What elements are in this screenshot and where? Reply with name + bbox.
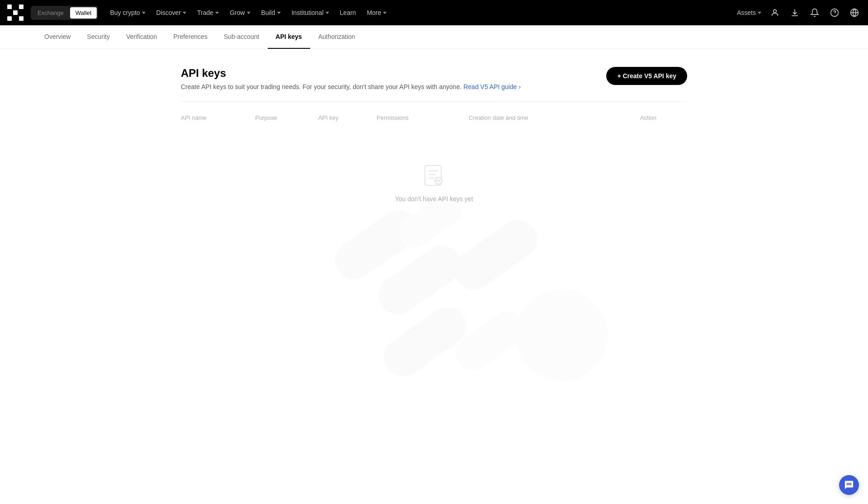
nav-grow[interactable]: Grow [225,6,255,19]
table-divider [181,101,687,102]
nav-buy-crypto[interactable]: Buy crypto [105,6,150,19]
api-keys-table: API name Purpose API key Permissions Cre… [181,109,687,239]
sub-navigation: Overview Security Verification Preferenc… [0,25,868,49]
page-header: API keys Create API keys to suit your tr… [181,67,687,90]
chevron-down-icon [183,12,186,14]
create-api-key-button[interactable]: + Create V5 API key [606,67,687,85]
notification-icon[interactable] [808,6,821,19]
subnav-sub-account[interactable]: Sub-account [216,25,268,49]
main-content: API keys Create API keys to suit your tr… [145,49,723,257]
main-nav-items: Buy crypto Discover Trade Grow Build Ins… [105,6,733,19]
nav-right-group: Assets [737,6,861,19]
col-purpose: Purpose [255,109,318,127]
col-action: Action [640,109,687,127]
col-api-name: API name [181,109,255,127]
subnav-authorization[interactable]: Authorization [310,25,363,49]
mode-tab-group: Exchange Wallet [31,6,98,20]
top-navigation: Exchange Wallet Buy crypto Discover Trad… [0,0,868,25]
download-icon[interactable] [788,6,801,19]
tab-exchange[interactable]: Exchange [32,7,69,19]
subnav-security[interactable]: Security [79,25,118,49]
chevron-down-icon [142,12,146,14]
chevron-down-icon [758,12,761,14]
subnav-verification[interactable]: Verification [118,25,165,49]
col-creation-date: Creation date and time [469,109,640,127]
logo[interactable] [7,5,24,21]
chevron-down-icon [277,12,281,14]
api-guide-link[interactable]: Read V5 API guide › [463,83,521,90]
help-icon[interactable] [828,6,841,19]
page-description: Create API keys to suit your trading nee… [181,83,521,90]
tab-wallet[interactable]: Wallet [70,7,97,19]
nav-more[interactable]: More [362,6,391,19]
chevron-down-icon [215,12,219,14]
nav-trade[interactable]: Trade [193,6,223,19]
empty-state: You don't have API keys yet [181,127,687,239]
logo-icon [7,5,24,21]
col-api-key: API key [318,109,377,127]
nav-institutional[interactable]: Institutional [287,6,334,19]
chevron-down-icon [383,12,387,14]
subnav-preferences[interactable]: Preferences [165,25,215,49]
page-header-left: API keys Create API keys to suit your tr… [181,67,521,90]
empty-message: You don't have API keys yet [395,195,473,203]
nav-build[interactable]: Build [257,6,285,19]
subnav-overview[interactable]: Overview [36,25,79,49]
assets-button[interactable]: Assets [737,9,761,16]
empty-state-icon [421,163,447,188]
language-icon[interactable] [848,6,861,19]
chevron-down-icon [247,12,250,14]
svg-point-7 [774,9,777,13]
nav-learn[interactable]: Learn [335,6,361,19]
page-title: API keys [181,67,521,80]
user-icon[interactable] [769,6,781,19]
chevron-down-icon [326,12,329,14]
nav-discover[interactable]: Discover [152,6,191,19]
col-permissions: Permissions [377,109,469,127]
subnav-api-keys[interactable]: API keys [268,25,310,49]
